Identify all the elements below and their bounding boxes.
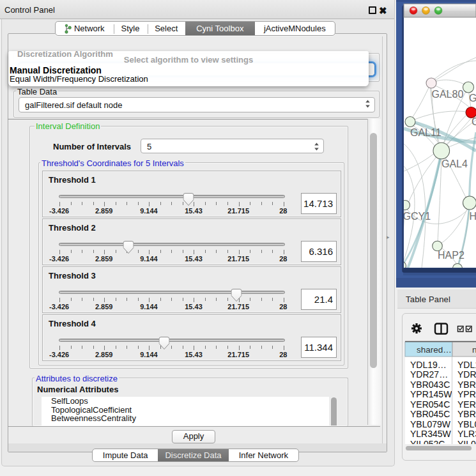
svg-text:YPR1: YPR1 [457,389,476,399]
svg-text:GAL11: GAL11 [410,127,441,138]
svg-text:YBR043C: YBR043C [410,380,450,390]
svg-text:YBR0: YBR0 [457,380,476,390]
svg-text:YDR2: YDR2 [457,369,476,380]
svg-text:GCY1: GCY1 [403,211,431,222]
svg-text:shared…: shared… [417,345,452,355]
svg-text:YBL0: YBL0 [457,419,476,429]
svg-text:YLR345W: YLR345W [410,429,452,439]
svg-text:YER0: YER0 [457,399,476,410]
svg-text:GAL4: GAL4 [441,158,468,169]
svg-text:C: C [472,116,476,127]
svg-text:YDL19…: YDL19… [410,360,447,370]
svg-text:n: n [472,345,476,355]
svg-text:YBL079W: YBL079W [410,419,451,429]
svg-text:YER054C: YER054C [410,399,450,410]
svg-text:YBR045C: YBR045C [410,409,450,419]
svg-text:GAL80: GAL80 [432,89,464,100]
svg-text:H: H [470,211,476,222]
svg-text:GA: GA [469,93,476,104]
svg-text:YPR145W: YPR145W [410,389,452,399]
svg-text:YDL1: YDL1 [457,360,476,370]
svg-text:YBR0: YBR0 [457,409,476,419]
svg-text:YDR27…: YDR27… [410,369,448,380]
svg-text:HAP2: HAP2 [438,250,464,261]
svg-text:YLR3: YLR3 [457,429,476,439]
